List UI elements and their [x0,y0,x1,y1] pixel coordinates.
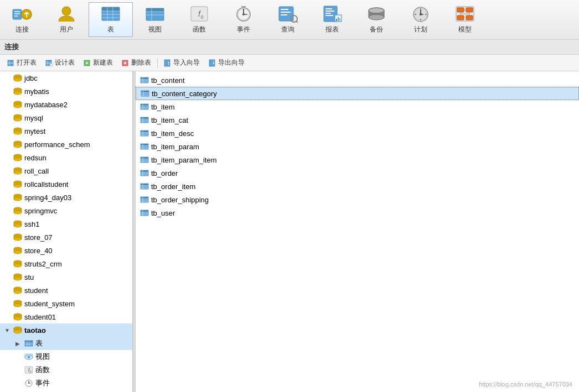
sidebar-db-performance_schem[interactable]: ▶ performance_schem [0,138,132,151]
expand-arrow: ▶ [4,155,11,161]
sidebar-db-rollcallstudent[interactable]: ▶ rollcallstudent [0,177,132,191]
sidebar-db-mysql[interactable]: ▶ mysql [0,111,132,124]
toolbar-table[interactable]: 表 [89,2,133,37]
db-name: performance_schem [24,140,90,149]
export-wizard-btn[interactable]: 导出向导 [205,56,249,69]
sidebar-view-group[interactable]: ▶ 视图 [0,350,132,363]
sidebar-db-mybatis[interactable]: ▶ mybatis [0,85,132,98]
svg-rect-167 [141,77,148,80]
svg-rect-158 [25,354,33,357]
svg-rect-58 [466,8,473,12]
sidebar-db-ssh1[interactable]: ▶ ssh1 [0,217,132,231]
svg-point-122 [14,211,22,214]
expand-arrow: ▶ [4,75,11,81]
sidebar-db-roll_call[interactable]: ▶ roll_call [0,164,132,177]
new-table-icon [84,59,91,67]
design-table-icon [45,59,53,67]
svg-point-128 [14,237,22,241]
toolbar-view[interactable]: 视图 [133,2,177,37]
view-group-label: 视图 [35,352,50,362]
table-row-icon [140,156,149,164]
sidebar-event-group[interactable]: ▶ 事件 [0,377,132,390]
table-row-tb_item_param_item[interactable]: tb_item_param_item [136,153,579,166]
sidebar-func-group[interactable]: ▶ f 0 函数 [0,363,132,377]
sidebar-db-student_system[interactable]: ▶ student_system [0,297,132,310]
svg-rect-3 [14,15,18,17]
export-wizard-label: 导出向导 [218,58,245,67]
toolbar: 连接 用户 表 [0,0,579,40]
sidebar-db-taotao[interactable]: ▼ taotao [0,323,132,337]
db-icon [13,247,22,254]
table-row-tb_item_param[interactable]: tb_item_param [136,140,579,153]
import-wizard-btn[interactable]: 导入向导 [160,56,204,69]
db-icon [13,74,22,82]
table-row-tb_order[interactable]: tb_order [136,166,579,180]
sidebar-db-jdbc[interactable]: ▶ jdbc [0,71,132,85]
svg-rect-1 [14,11,20,12]
table-row-tb_order_shipping[interactable]: tb_order_shipping [136,193,579,206]
sidebar-db-store_07[interactable]: ▶ store_07 [0,231,132,244]
sidebar-db-stu[interactable]: ▶ stu [0,270,132,284]
expand-arrow: ▶ [4,88,11,95]
db-icon [13,313,22,321]
sidebar-db-mydatabase2[interactable]: ▶ mydatabase2 [0,98,132,111]
svg-rect-84 [164,60,170,66]
table-group-icon [24,339,33,347]
toolbar-connect[interactable]: 连接 [0,2,44,37]
table-row-tb_item_desc[interactable]: tb_item_desc [136,127,579,140]
toolbar-query[interactable]: 查询 [266,2,310,37]
table-row-tb_order_item[interactable]: tb_order_item [136,180,579,193]
toolbar-backup[interactable]: 备份 [354,2,399,37]
connection-bar: 连接 [0,40,579,55]
expand-arrow: ▶ [4,301,11,307]
new-table-btn[interactable]: 新建表 [80,56,117,69]
open-table-label: 打开表 [17,58,37,67]
toolbar-report[interactable]: 报表 [310,2,354,37]
table-items-container: tb_content tb_content_category tb_item [136,74,579,219]
table-row-tb_user[interactable]: tb_user [136,206,579,219]
sidebar-db-store_40[interactable]: ▶ store_40 [0,244,132,257]
sidebar-db-springmvc[interactable]: ▶ springmvc [0,204,132,217]
sidebar-db-mytest[interactable]: ▶ mytest [0,124,132,138]
table-row-tb_content[interactable]: tb_content [136,74,579,87]
sidebar-table-group[interactable]: ▶ 表 [0,337,132,350]
svg-rect-2 [14,13,20,14]
db-icon [13,167,22,175]
delete-table-btn[interactable]: 删除表 [118,56,155,69]
table-row-tb_content_category[interactable]: tb_content_category [136,87,579,100]
svg-rect-35 [325,8,332,9]
toolbar-model[interactable]: 模型 [443,2,487,37]
db-icon [13,101,22,108]
sidebar-db-struts2_crm[interactable]: ▶ struts2_crm [0,257,132,270]
toolbar-func[interactable]: f 0 函数 [177,2,221,37]
sidebar-db-redsun[interactable]: ▶ redsun [0,151,132,164]
toolbar-user[interactable]: 用户 [44,2,89,37]
svg-rect-215 [141,184,148,186]
db-name: mydatabase2 [24,101,68,109]
toolbar-func-label: 函数 [193,25,206,34]
sidebar-db-student[interactable]: ▶ student [0,284,132,297]
sidebar-db-student01[interactable]: ▶ student01 [0,310,132,323]
table-row-tb_item_cat[interactable]: tb_item_cat [136,113,579,127]
table-name: tb_content_category [152,90,217,98]
svg-rect-71 [46,60,51,62]
expand-arrow: ▶ [4,314,11,320]
expand-arrow: ▶ [4,128,11,134]
open-table-btn[interactable]: 打开表 [3,56,40,69]
export-icon [209,59,216,67]
db-icon [13,286,22,294]
svg-point-92 [14,78,22,81]
design-table-btn[interactable]: 设计表 [42,56,79,69]
sidebar-db-spring4_day03[interactable]: ▶ spring4_day03 [0,191,132,204]
svg-rect-173 [141,91,149,93]
toolbar-event[interactable]: 事件 [221,2,266,37]
svg-point-131 [14,250,22,254]
db-icon [13,220,22,228]
view-group-icon [24,353,33,360]
toolbar-schedule[interactable]: 计划 [399,2,443,37]
db-name: mysql [24,114,43,122]
db-icon [13,260,22,268]
connection-label: 连接 [4,43,19,51]
table-row-tb_item[interactable]: tb_item [136,100,579,113]
table-name: tb_content [151,76,185,85]
